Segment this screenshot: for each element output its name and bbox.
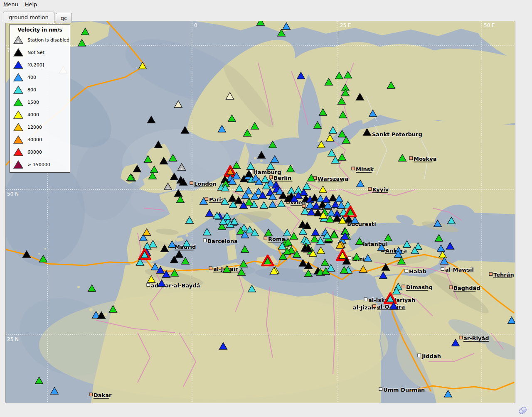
legend-item-label: > 150000 xyxy=(27,162,50,167)
city-marker-square xyxy=(352,167,355,170)
city-label: Berlin xyxy=(273,175,291,181)
city-label: al-Jîzah xyxy=(353,304,375,311)
grid-label-meridian: 25 E xyxy=(340,22,351,28)
city-marker-square xyxy=(379,388,382,391)
city-label: Hamburg xyxy=(253,169,281,175)
connection-grip-icon xyxy=(517,405,529,415)
city-label: Dakar xyxy=(94,392,112,398)
legend-triangle-icon xyxy=(13,98,24,107)
city-marker-square xyxy=(264,237,267,240)
legend-item-label: 30000 xyxy=(27,137,42,142)
grid-label-parallel: 50 N xyxy=(7,191,19,197)
city-marker-square xyxy=(89,393,93,396)
city-hamburg: Hamburg xyxy=(249,169,281,175)
grid-label-meridian: 50 E xyxy=(484,22,495,28)
legend-item-label: Not Set xyxy=(27,50,44,55)
city-label: Paris xyxy=(209,196,224,203)
legend-item-label: 12000 xyxy=(27,125,42,130)
city-marker-square xyxy=(489,272,493,276)
city-marker-square xyxy=(190,182,193,185)
legend-item-v1500: 1500 xyxy=(10,96,70,108)
legend-triangle-icon xyxy=(13,73,24,82)
legend-triangle-icon xyxy=(13,135,24,144)
legend-item-label: 1500 xyxy=(27,100,39,105)
legend-item-label: 4000 xyxy=(27,112,39,118)
city-al-jîzah: al-Jîzah xyxy=(353,304,375,311)
city-marker-square xyxy=(302,204,305,208)
legend-triangle-icon: x xyxy=(13,35,24,44)
city-label: Roma xyxy=(268,236,285,242)
city-label: al-Mawsil xyxy=(445,267,474,273)
legend: Velocity in nm/s xStation is disabledNot… xyxy=(10,24,70,173)
city-label: Kyyiv xyxy=(372,186,389,193)
city-marker-square xyxy=(269,176,273,179)
legend-item-v150000: > 150000 xyxy=(10,158,70,171)
svg-text:x: x xyxy=(167,187,169,190)
city-marker-square xyxy=(373,304,376,308)
city-ar-riyâd: ar-Riyâd xyxy=(459,335,489,341)
city-ad-dar-al-baydâ: ad-Dar-al-Baydâ xyxy=(147,282,200,289)
city-marker-square xyxy=(402,285,405,288)
city-marker-square xyxy=(209,267,212,270)
legend-item-v60000: 60000 xyxy=(10,146,70,158)
city-label: Sankt Peterburg xyxy=(372,131,422,137)
city-label: London xyxy=(194,181,217,187)
city-label: Halab xyxy=(409,268,426,275)
city-umm-durmân: Umm Durmân xyxy=(379,387,425,393)
tab-ground-motion[interactable]: ground motion xyxy=(3,12,54,23)
city-label: Baghdâd xyxy=(453,285,480,291)
map-canvas[interactable]: 25 W025 E50 E75 N50 N25 NLondonParisHamb… xyxy=(6,21,515,403)
map-frame[interactable]: 25 W025 E50 E75 N50 N25 NLondonParisHamb… xyxy=(5,21,515,403)
app-window: MenuHelp ground motionqc 25 W025 E50 E75… xyxy=(0,0,532,417)
tab-qc[interactable]: qc xyxy=(56,13,72,23)
legend-item-label: 800 xyxy=(27,87,36,93)
city-london: London xyxy=(190,181,217,187)
city-label: Tehrân xyxy=(493,272,514,278)
legend-items: xStation is disabledNot Set[0,200]400800… xyxy=(10,34,70,171)
legend-item-v200: [0,200] xyxy=(10,59,70,71)
city-al-mawsil: al-Mawsil xyxy=(441,267,474,273)
svg-text:x: x xyxy=(181,167,183,171)
city-label: Minsk xyxy=(356,166,374,172)
legend-triangle-icon xyxy=(13,123,24,132)
legend-item-disabled: xStation is disabled xyxy=(10,34,70,46)
legend-triangle-icon xyxy=(13,60,24,69)
menu-item-help[interactable]: Help xyxy=(25,1,37,7)
city-marker-square xyxy=(147,283,150,287)
city-label: ar-Riyâd xyxy=(463,335,489,341)
city-marker-square xyxy=(418,354,421,357)
city-label: Umm Durmân xyxy=(383,387,425,393)
city-marker-square xyxy=(459,336,463,339)
menu-item-menu[interactable]: Menu xyxy=(3,1,18,7)
city-sankt-peterburg: Sankt Peterburg xyxy=(372,131,422,137)
legend-triangle-icon xyxy=(13,160,24,169)
legend-triangle-icon xyxy=(13,110,24,119)
legend-triangle-icon xyxy=(13,85,24,94)
legend-item-label: [0,200] xyxy=(27,62,44,68)
city-marker-square xyxy=(409,157,413,160)
city-marker-square xyxy=(441,267,444,271)
legend-item-v4000: 4000 xyxy=(10,108,70,121)
legend-item-v800: 800 xyxy=(10,83,70,96)
city-barcelona: Barcelona xyxy=(203,238,238,244)
city-label: Istanbul xyxy=(363,241,388,247)
legend-item-v30000: 30000 xyxy=(10,133,70,146)
grid-label-meridian: 0 xyxy=(194,22,197,28)
legend-triangle-icon xyxy=(13,147,24,157)
city-marker-square xyxy=(368,187,372,191)
city-warszawa: Warszawa xyxy=(313,176,348,182)
city-marker-square xyxy=(203,239,207,242)
city-label: Moskva xyxy=(414,156,437,162)
legend-item-notset: Not Set xyxy=(10,46,70,59)
city-marker-square xyxy=(449,286,453,289)
city-marker-square xyxy=(364,298,367,301)
legend-item-label: 400 xyxy=(27,75,36,80)
legend-triangle-icon xyxy=(13,48,24,57)
city-dimashq: Dimashq xyxy=(402,284,433,290)
city-label: Jiddah xyxy=(421,353,441,359)
legend-item-v12000: 12000 xyxy=(10,121,70,133)
tabbar: ground motionqc xyxy=(3,12,73,23)
city-moskva: Moskva xyxy=(409,156,437,162)
legend-item-label: Station is disabled xyxy=(27,37,69,43)
city-label: Warszawa xyxy=(318,176,348,182)
